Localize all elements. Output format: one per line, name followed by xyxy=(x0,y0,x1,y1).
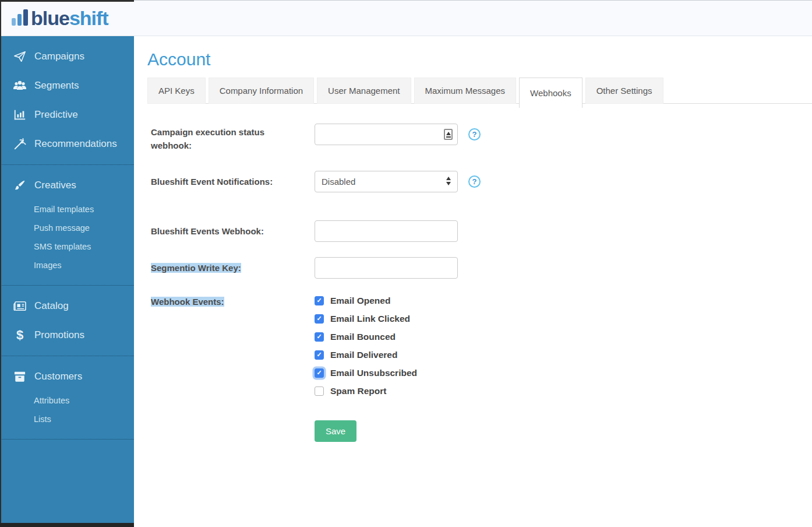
events-webhook-input[interactable] xyxy=(315,220,458,242)
sidebar-item-catalog[interactable]: Catalog xyxy=(0,291,134,321)
sidebar-item-segments[interactable]: Segments xyxy=(0,71,134,100)
sidebar-item-label: Creatives xyxy=(34,180,76,191)
sidebar-item-campaigns[interactable]: Campaigns xyxy=(0,42,134,71)
app-window: blueshift Campaigns Segments Predi xyxy=(0,0,812,527)
sidebar-nav: Campaigns Segments Predictive Recommenda… xyxy=(0,36,134,523)
sidebar-item-label: Customers xyxy=(34,371,82,382)
sidebar-divider xyxy=(0,439,134,440)
tab-maximum-messages[interactable]: Maximum Messages xyxy=(414,78,517,104)
email-opened-checkbox[interactable] xyxy=(315,296,324,305)
email-bounced-checkbox[interactable] xyxy=(315,332,324,342)
webhook-events-label: Webhook Events: xyxy=(147,294,315,308)
window-top-edge xyxy=(0,0,134,2)
webhooks-form: Campaign execution status webhook: ? Blu… xyxy=(147,124,812,442)
checkbox-row-spam-report[interactable]: Spam Report xyxy=(315,386,417,396)
event-notifications-select[interactable]: Disabled xyxy=(315,171,458,192)
help-icon[interactable]: ? xyxy=(468,175,481,188)
help-icon[interactable]: ? xyxy=(468,128,481,140)
sidebar-item-predictive[interactable]: Predictive xyxy=(0,100,134,129)
archive-box-icon xyxy=(13,370,27,384)
email-unsubscribed-checkbox[interactable] xyxy=(315,368,324,378)
users-icon xyxy=(13,79,27,93)
blueshift-bars-icon xyxy=(12,9,28,26)
sidebar-item-customers[interactable]: Customers xyxy=(0,362,134,391)
checkbox-row-email-bounced[interactable]: Email Bounced xyxy=(315,332,417,342)
paper-plane-icon xyxy=(13,50,27,64)
autofill-icon[interactable] xyxy=(444,129,453,140)
checkbox-row-email-link-clicked[interactable]: Email Link Clicked xyxy=(315,314,417,324)
segmentio-key-input[interactable] xyxy=(315,257,458,279)
checkbox-row-email-opened[interactable]: Email Opened xyxy=(315,296,417,305)
window-left-edge xyxy=(0,0,1,527)
event-notifications-label: Blueshift Event Notifications: xyxy=(147,175,315,188)
save-button[interactable]: Save xyxy=(315,420,356,442)
spam-report-checkbox[interactable] xyxy=(315,387,324,396)
events-webhook-label: Blueshift Events Webhook: xyxy=(147,224,315,238)
sidebar-subitem-sms-templates[interactable]: SMS templates xyxy=(0,237,134,256)
sidebar-subitem-lists[interactable]: Lists xyxy=(0,410,134,428)
dollar-icon: $ xyxy=(13,328,27,342)
campaign-webhook-input[interactable] xyxy=(315,124,458,145)
sidebar-item-promotions[interactable]: $ Promotions xyxy=(0,321,134,350)
campaign-webhook-label: Campaign execution status webhook: xyxy=(147,124,315,152)
page-title: Account xyxy=(147,49,812,69)
sidebar-item-label: Catalog xyxy=(34,300,69,312)
sidebar-subitem-attributes[interactable]: Attributes xyxy=(0,391,134,410)
bar-chart-icon xyxy=(13,108,27,122)
sidebar-item-label: Campaigns xyxy=(34,51,84,62)
blueshift-logo-text: blueshift xyxy=(31,6,108,30)
sidebar-item-creatives[interactable]: Creatives xyxy=(0,171,134,200)
sidebar-item-label: Predictive xyxy=(34,109,78,121)
segmentio-key-label: Segmentio Write Key: xyxy=(147,261,315,275)
checkbox-row-email-unsubscribed[interactable]: Email Unsubscribed xyxy=(315,368,417,378)
window-top-border xyxy=(134,0,812,1)
sidebar-subitem-push-message[interactable]: Push message xyxy=(0,219,134,237)
sidebar-item-label: Segments xyxy=(34,80,79,92)
top-header: blueshift xyxy=(0,0,812,36)
tab-company-information[interactable]: Company Information xyxy=(209,78,314,104)
window-bottom-edge xyxy=(0,523,134,527)
sidebar-item-label: Promotions xyxy=(34,329,84,341)
main-content: Account API Keys Company Information Use… xyxy=(134,36,812,527)
account-tabs: API Keys Company Information User Manage… xyxy=(147,78,812,108)
sidebar-subitem-email-templates[interactable]: Email templates xyxy=(0,200,134,219)
tab-api-keys[interactable]: API Keys xyxy=(147,78,206,104)
select-arrows-icon xyxy=(446,177,451,185)
tab-user-management[interactable]: User Management xyxy=(317,78,411,104)
tab-other-settings[interactable]: Other Settings xyxy=(585,78,663,104)
sidebar-item-label: Recommendations xyxy=(34,138,117,150)
paintbrush-icon xyxy=(13,178,27,192)
sidebar-item-recommendations[interactable]: Recommendations xyxy=(0,129,134,159)
sidebar-subitem-images[interactable]: Images xyxy=(0,256,134,275)
tab-webhooks[interactable]: Webhooks xyxy=(519,78,582,108)
blueshift-logo[interactable]: blueshift xyxy=(12,6,108,30)
checkbox-row-email-delivered[interactable]: Email Delivered xyxy=(315,350,417,360)
magic-wand-icon xyxy=(13,137,27,151)
newspaper-icon xyxy=(13,299,27,313)
email-link-clicked-checkbox[interactable] xyxy=(315,314,324,324)
email-delivered-checkbox[interactable] xyxy=(315,350,324,360)
